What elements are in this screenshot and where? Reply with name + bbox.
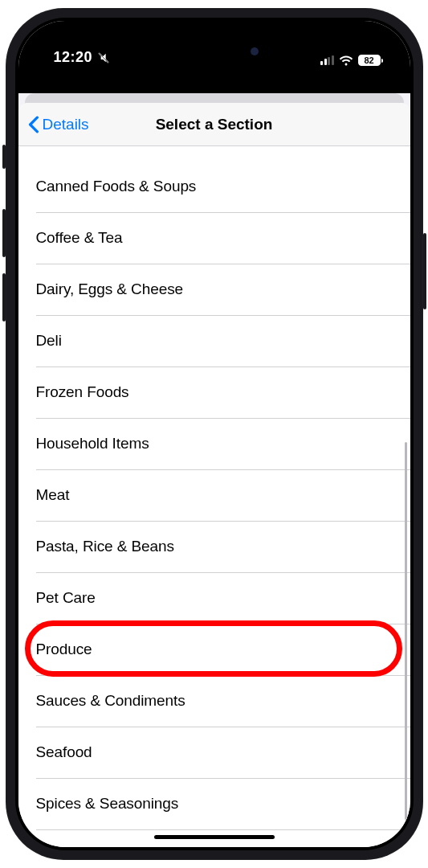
front-camera — [251, 47, 259, 55]
list-item[interactable]: Meat — [18, 469, 410, 521]
list-item-label: Sauces & Condiments — [36, 675, 393, 727]
list-item-label: Household Items — [36, 418, 393, 469]
scroll-indicator — [405, 442, 407, 820]
wifi-icon — [339, 55, 353, 66]
silent-switch — [2, 145, 6, 169]
power-button — [423, 233, 426, 309]
list-item-label: Coffee & Tea — [36, 212, 393, 264]
volume-up-button — [2, 209, 6, 257]
list-item[interactable]: Seafood — [18, 727, 410, 778]
list-item[interactable]: Household Items — [18, 418, 410, 469]
section-list[interactable]: Canned Foods & SoupsCoffee & TeaDairy, E… — [18, 146, 410, 847]
list-item[interactable]: Sauces & Condiments — [18, 675, 410, 727]
list-item-label: Dairy, Eggs & Cheese — [36, 264, 393, 315]
back-button[interactable]: Details — [28, 116, 89, 133]
list-item[interactable]: Pet Care — [18, 572, 410, 624]
volume-down-button — [2, 273, 6, 321]
list-item-label: Frozen Foods — [36, 366, 393, 418]
screen: 12:20 — [18, 21, 410, 847]
svg-line-1 — [99, 53, 108, 63]
list-item-label: Spices & Seasonings — [36, 778, 393, 829]
list-item[interactable]: Deli — [18, 315, 410, 366]
silent-icon — [97, 51, 110, 64]
list-item-label: Pet Care — [36, 572, 393, 624]
list-item[interactable]: Canned Foods & Soups — [18, 161, 410, 212]
nav-bar: Details Select a Section — [18, 103, 410, 146]
list-item-label: Produce — [36, 624, 393, 675]
list-item[interactable]: Produce — [18, 624, 410, 675]
chevron-left-icon — [28, 116, 39, 133]
list-item[interactable]: Spices & Seasonings — [18, 778, 410, 829]
list-item-label: Canned Foods & Soups — [36, 161, 393, 212]
home-indicator[interactable] — [154, 835, 275, 839]
list-item[interactable]: Dairy, Eggs & Cheese — [18, 264, 410, 315]
battery-icon: 82 — [358, 55, 383, 66]
dynamic-island — [162, 37, 267, 66]
list-item-label: Meat — [36, 469, 393, 521]
sheet-stack: Details Select a Section Canned Foods & … — [18, 93, 410, 847]
battery-percent: 82 — [364, 55, 373, 65]
phone-frame: 12:20 — [6, 8, 423, 860]
page-title: Select a Section — [156, 116, 273, 133]
black-gap — [18, 68, 410, 93]
status-left: 12:20 — [54, 49, 111, 66]
list-item-label: Seafood — [36, 727, 393, 778]
list-item[interactable]: Frozen Foods — [18, 366, 410, 418]
modal-sheet: Details Select a Section Canned Foods & … — [18, 103, 410, 847]
cellular-signal-icon — [320, 55, 334, 65]
list-item-label: Pasta, Rice & Beans — [36, 521, 393, 572]
list-item[interactable]: Coffee & Tea — [18, 212, 410, 264]
list-item[interactable]: Pasta, Rice & Beans — [18, 521, 410, 572]
list-item-label: Deli — [36, 315, 393, 366]
phone-inner-frame: 12:20 — [15, 18, 414, 850]
clock: 12:20 — [54, 49, 93, 66]
status-right: 82 — [320, 55, 383, 66]
back-label: Details — [43, 116, 89, 133]
